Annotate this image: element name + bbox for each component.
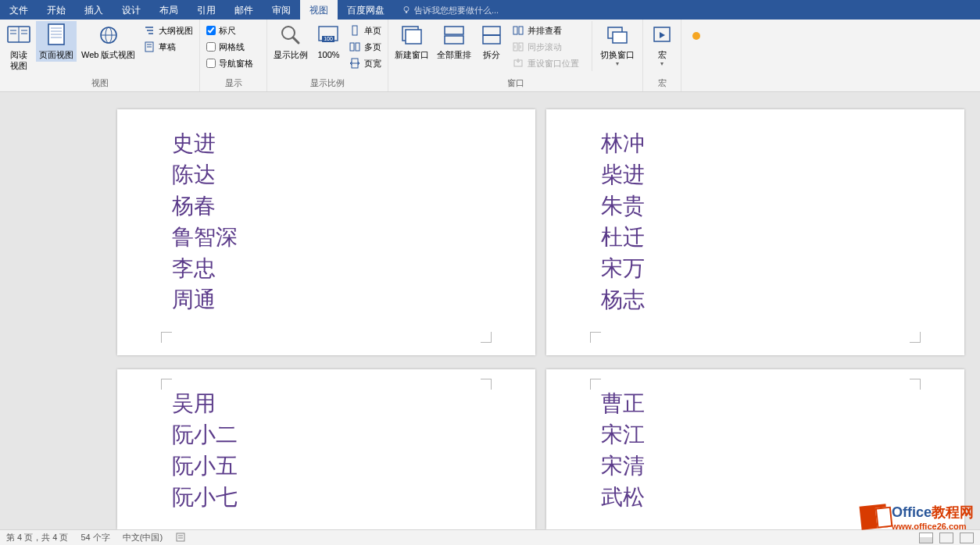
text-line[interactable]: 宋江 (601, 419, 917, 451)
new-window-button[interactable]: 新建窗口 (392, 21, 432, 62)
page-content[interactable]: 史进 陈达 杨春 鲁智深 李忠 周通 (172, 128, 488, 315)
text-line[interactable]: 朱贵 (601, 191, 917, 222)
text-line[interactable]: 曹正 (601, 388, 917, 419)
svg-rect-27 (352, 26, 357, 35)
group-zoom-label: 显示比例 (270, 76, 384, 91)
menu-layout[interactable]: 布局 (150, 0, 188, 20)
view-web-icon[interactable] (960, 533, 974, 543)
sync-scroll-icon (513, 41, 524, 52)
status-page[interactable]: 第 4 页，共 4 页 (6, 532, 68, 543)
new-window-icon (401, 25, 423, 45)
crop-mark-icon (590, 332, 601, 343)
menu-design[interactable]: 设计 (113, 0, 150, 20)
document-canvas[interactable]: 史进 陈达 杨春 鲁智深 李忠 周通 林冲 柴进 朱贵 杜迁 宋万 杨志 (0, 92, 980, 529)
navpane-check-input[interactable] (206, 59, 216, 68)
view-print-icon[interactable] (939, 533, 953, 543)
text-line[interactable]: 阮小七 (172, 482, 488, 513)
text-line[interactable]: 柴进 (601, 159, 917, 191)
watermark-brand: Office教程网 (892, 503, 974, 522)
reading-view-button[interactable]: 阅读 视图 (3, 21, 34, 73)
text-line[interactable]: 宋万 (601, 253, 917, 284)
navpane-checkbox[interactable]: 导航窗格 (205, 55, 255, 71)
text-line[interactable]: 周通 (172, 284, 488, 315)
gridlines-checkbox[interactable]: 网格线 (205, 39, 255, 55)
watermark-url: www.office26.com (892, 522, 974, 531)
ribbon-group-show: 标尺 网格线 导航窗格 显示 (200, 20, 267, 91)
split-button[interactable]: 拆分 (476, 21, 507, 62)
document-page-2[interactable]: 林冲 柴进 朱贵 杜迁 宋万 杨志 (546, 109, 964, 355)
menu-mail[interactable]: 邮件 (225, 0, 263, 20)
text-line[interactable]: 阮小二 (172, 419, 488, 451)
side-by-side-button[interactable]: 并排查看 (510, 23, 585, 38)
text-line[interactable]: 林冲 (601, 128, 917, 159)
text-line[interactable]: 吴用 (172, 388, 488, 419)
ruler-check-label: 标尺 (219, 25, 236, 37)
menu-references[interactable]: 引用 (188, 0, 225, 20)
svg-rect-33 (406, 30, 421, 44)
page-content[interactable]: 林冲 柴进 朱贵 杜迁 宋万 杨志 (601, 128, 917, 315)
text-line[interactable]: 鲁智深 (172, 222, 488, 253)
zoom-label: 显示比例 (274, 49, 308, 60)
reading-view-icon (7, 25, 30, 45)
page-content[interactable]: 吴用 阮小二 阮小五 阮小七 (172, 388, 488, 513)
text-line[interactable]: 阮小五 (172, 451, 488, 482)
page-view-button[interactable]: 页面视图 (36, 21, 77, 62)
multi-page-button[interactable]: 多页 (347, 39, 383, 55)
document-page-1[interactable]: 史进 陈达 杨春 鲁智深 李忠 周通 (117, 109, 535, 355)
text-line[interactable]: 史进 (172, 128, 488, 159)
group-extra-label (685, 78, 708, 91)
menu-file[interactable]: 文件 (0, 0, 38, 20)
status-language[interactable]: 中文(中国) (123, 532, 163, 543)
sync-scroll-button: 同步滚动 (510, 39, 585, 55)
group-macro-label: 宏 (646, 76, 678, 91)
watermark: Office教程网 www.office26.com (860, 503, 974, 531)
zoom-100-button[interactable]: 100 100% (313, 21, 344, 62)
web-layout-button[interactable]: Web 版式视图 (78, 21, 138, 62)
draft-view-button[interactable]: 草稿 (141, 39, 195, 55)
text-line[interactable]: 杜迁 (601, 222, 917, 253)
ribbon-group-zoom: 显示比例 100 100% 单页 多页 页宽 (267, 20, 388, 91)
status-words[interactable]: 54 个字 (80, 532, 109, 543)
text-line[interactable]: 杨春 (172, 191, 488, 222)
page-width-button[interactable]: 页宽 (347, 55, 383, 71)
group-window-label: 窗口 (392, 76, 639, 91)
svg-rect-49 (177, 533, 184, 541)
svg-rect-38 (513, 27, 517, 34)
single-page-button[interactable]: 单页 (347, 23, 383, 38)
view-read-icon[interactable] (919, 533, 933, 543)
text-line[interactable]: 杨志 (601, 284, 917, 315)
arrange-all-button[interactable]: 全部重排 (434, 21, 474, 62)
track-changes-icon[interactable] (175, 532, 186, 544)
text-line[interactable]: 陈达 (172, 159, 488, 191)
svg-rect-35 (445, 36, 463, 44)
gridlines-check-input[interactable] (206, 42, 216, 52)
svg-rect-46 (613, 32, 627, 43)
page-content[interactable]: 曹正 宋江 宋清 武松 (601, 388, 917, 513)
ruler-checkbox[interactable]: 标尺 (205, 23, 255, 38)
status-bar: 第 4 页，共 4 页 54 个字 中文(中国) (0, 529, 980, 545)
zoom-button[interactable]: 显示比例 (270, 21, 311, 62)
group-show-label: 显示 (203, 76, 263, 91)
switch-window-label: 切换窗口 (600, 49, 635, 60)
ruler-check-input[interactable] (206, 26, 216, 35)
switch-window-button[interactable]: 切换窗口 ▾ (597, 21, 638, 69)
svg-text:100: 100 (324, 36, 334, 41)
outline-label: 大纲视图 (159, 25, 193, 37)
text-line[interactable]: 宋清 (601, 451, 917, 482)
page-width-icon (349, 58, 360, 69)
menu-review[interactable]: 审阅 (263, 0, 300, 20)
document-page-3[interactable]: 吴用 阮小二 阮小五 阮小七 (117, 369, 535, 529)
magnifier-icon (280, 24, 302, 46)
side-by-side-icon (513, 25, 524, 36)
text-line[interactable]: 李忠 (172, 253, 488, 284)
menu-insert[interactable]: 插入 (75, 0, 113, 20)
menu-view[interactable]: 视图 (300, 0, 338, 20)
macros-button[interactable]: 宏 ▾ (646, 21, 678, 69)
split-label: 拆分 (483, 49, 500, 60)
navpane-check-label: 导航窗格 (219, 58, 253, 69)
menu-home[interactable]: 开始 (38, 0, 75, 20)
menu-baidu[interactable]: 百度网盘 (338, 0, 394, 20)
tell-me-search[interactable]: 告诉我您想要做什么... (394, 0, 506, 20)
outline-view-button[interactable]: 大纲视图 (141, 23, 195, 38)
macros-icon (651, 25, 673, 45)
